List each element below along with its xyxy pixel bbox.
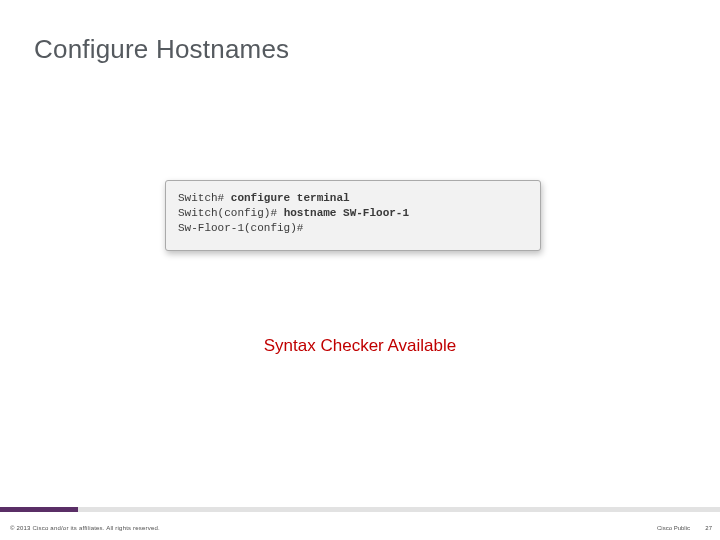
terminal-line-1: Switch# configure terminal — [178, 191, 528, 206]
terminal-prompt-2: Switch(config)# — [178, 207, 284, 219]
copyright-text: © 2013 Cisco and/or its affiliates. All … — [10, 525, 160, 531]
syntax-checker-notice: Syntax Checker Available — [0, 336, 720, 356]
terminal-prompt-1: Switch# — [178, 192, 231, 204]
footer: © 2013 Cisco and/or its affiliates. All … — [0, 512, 720, 540]
footer-label: Cisco Public — [657, 525, 690, 531]
terminal-cmd-2: hostname SW-Floor-1 — [284, 207, 409, 219]
terminal-line-2: Switch(config)# hostname SW-Floor-1 — [178, 206, 528, 221]
page-number: 27 — [705, 525, 712, 531]
terminal-panel: Switch# configure terminal Switch(config… — [165, 180, 541, 251]
terminal-line-3: Sw-Floor-1(config)# — [178, 221, 528, 236]
terminal-cmd-1: configure terminal — [231, 192, 350, 204]
page-title: Configure Hostnames — [34, 34, 289, 65]
